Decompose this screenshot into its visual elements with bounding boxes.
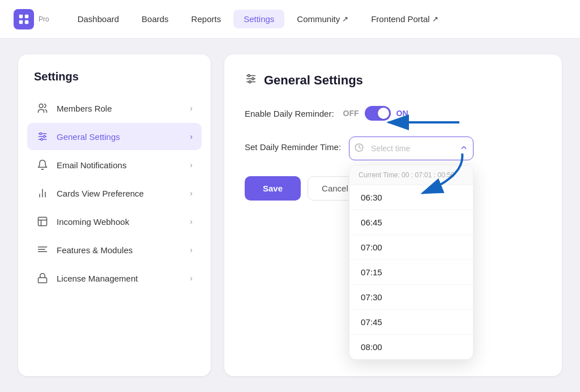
time-option-0645[interactable]: 06:45 (349, 210, 473, 235)
svg-rect-17 (39, 278, 47, 283)
nav-frontend-portal[interactable]: Frontend Portal (361, 10, 448, 28)
time-option-0700[interactable]: 07:00 (349, 235, 473, 260)
svg-point-23 (249, 81, 251, 83)
nav-settings[interactable]: Settings (233, 10, 284, 28)
dropdown-header: Current Time: 00 : 07:01 : 00:50 (349, 165, 473, 185)
features-modules-label: Features & Modules (57, 245, 133, 255)
panel-title: General Settings (264, 73, 363, 88)
settings-sidebar: Settings Members Role › General Settings… (18, 54, 211, 376)
cards-view-label: Cards View Preference (57, 189, 144, 198)
panel-title-icon (245, 73, 257, 88)
svg-point-9 (44, 135, 45, 137)
incoming-webhook-chevron: › (190, 217, 193, 226)
time-select-wrap: Select time Current Time: 00 : 07:01 : 0… (349, 137, 474, 160)
settings-panel: General Settings Enable Daily Reminder: … (224, 54, 562, 376)
svg-rect-0 (19, 14, 23, 18)
members-role-chevron: › (190, 104, 193, 113)
license-management-label: License Management (57, 274, 138, 283)
sidebar-item-license-management[interactable]: License Management › (27, 265, 202, 292)
reminder-time-row: Set Daily Reminder Time: Select time Cur… (245, 137, 541, 160)
features-modules-icon (36, 244, 49, 255)
navbar: Pro Dashboard Boards Reports Settings Co… (0, 0, 580, 39)
reminder-time-label: Set Daily Reminder Time: (245, 137, 341, 152)
svg-point-21 (248, 75, 250, 77)
off-label: OFF (343, 109, 359, 118)
pro-badge: Pro (39, 15, 49, 23)
logo-wrap[interactable]: Pro (14, 9, 49, 29)
sidebar-item-incoming-webhook[interactable]: Incoming Webhook › (27, 208, 202, 235)
panel-header: General Settings (245, 73, 541, 88)
nav-boards[interactable]: Boards (131, 10, 179, 28)
sidebar-item-cards-view[interactable]: Cards View Preference › (27, 180, 202, 207)
general-settings-label: General Settings (57, 132, 120, 142)
email-notifications-chevron: › (190, 160, 193, 169)
toggle-thumb (378, 108, 389, 119)
incoming-webhook-label: Incoming Webhook (57, 217, 129, 227)
nav-dashboard[interactable]: Dashboard (67, 10, 129, 28)
toggle-wrap: OFF ON (343, 106, 408, 121)
email-notifications-label: Email Notifications (57, 160, 126, 170)
cards-view-chevron: › (190, 189, 193, 198)
members-role-icon (36, 103, 49, 114)
license-management-chevron: › (190, 274, 193, 283)
time-chevron-icon (460, 144, 468, 154)
svg-rect-14 (39, 218, 47, 226)
nav-reports[interactable]: Reports (181, 10, 232, 28)
svg-point-8 (40, 133, 41, 134)
sidebar-item-general-settings[interactable]: General Settings › (27, 123, 202, 150)
svg-rect-3 (25, 20, 28, 23)
reminder-toggle[interactable] (365, 106, 391, 121)
sidebar-title: Settings (27, 70, 202, 83)
cards-view-icon (36, 188, 49, 199)
time-option-0730[interactable]: 07:30 (349, 285, 473, 310)
nav-community[interactable]: Community (287, 10, 359, 28)
enable-reminder-row: Enable Daily Reminder: OFF ON (245, 106, 541, 121)
svg-point-4 (39, 104, 43, 108)
on-label: ON (396, 109, 408, 118)
save-button[interactable]: Save (245, 176, 301, 201)
sidebar-item-email-notifications[interactable]: Email Notifications › (27, 151, 202, 178)
svg-rect-1 (25, 14, 28, 18)
features-modules-chevron: › (190, 245, 193, 254)
main-content: Settings Members Role › General Settings… (0, 39, 580, 392)
svg-point-22 (252, 78, 254, 80)
license-management-icon (36, 272, 49, 284)
time-option-0715[interactable]: 07:15 (349, 260, 473, 285)
enable-reminder-label: Enable Daily Reminder: (245, 109, 334, 118)
general-settings-icon (36, 131, 49, 142)
sidebar-item-members-role[interactable]: Members Role › (27, 95, 202, 122)
time-input[interactable]: Select time (349, 137, 474, 160)
time-option-0630[interactable]: 06:30 (349, 185, 473, 210)
time-placeholder: Select time (370, 137, 410, 160)
general-settings-chevron: › (190, 132, 193, 141)
svg-point-10 (41, 138, 42, 140)
svg-rect-2 (19, 20, 23, 23)
time-dropdown: Current Time: 00 : 07:01 : 00:50 06:30 0… (349, 165, 474, 360)
logo-icon (18, 13, 30, 25)
email-notifications-icon (36, 159, 49, 171)
incoming-webhook-icon (36, 216, 49, 227)
sidebar-item-features-modules[interactable]: Features & Modules › (27, 236, 202, 263)
clock-icon (355, 143, 364, 154)
nav-links: Dashboard Boards Reports Settings Commun… (67, 10, 566, 28)
logo-box (14, 9, 34, 29)
members-role-label: Members Role (57, 104, 112, 113)
time-option-0800[interactable]: 08:00 (349, 335, 473, 359)
time-option-0745[interactable]: 07:45 (349, 310, 473, 335)
